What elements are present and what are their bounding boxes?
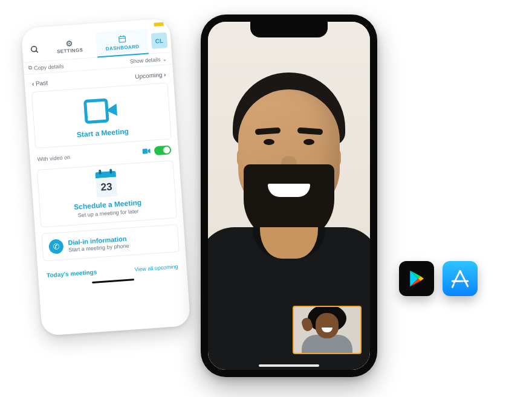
app-store-badge[interactable] <box>443 261 478 296</box>
app-store-icon <box>450 268 470 289</box>
self-view-thumbnail[interactable] <box>293 306 362 354</box>
tab-settings[interactable]: ⚙ SETTINGS <box>43 33 96 62</box>
nav-past[interactable]: Past <box>32 79 48 87</box>
copy-details-label: Copy details <box>34 63 64 71</box>
video-toggle[interactable] <box>154 145 172 155</box>
avatar-initials: CL <box>155 37 163 44</box>
avatar[interactable]: CL <box>151 32 168 49</box>
show-details-button[interactable]: Show details ⌄ <box>129 56 167 64</box>
phone-icon: ✆ <box>48 239 64 254</box>
phone-notch <box>250 22 328 37</box>
video-call-screen <box>208 22 370 370</box>
gear-icon: ⚙ <box>65 39 73 48</box>
calendar-icon <box>117 34 126 45</box>
with-video-label: With video on <box>37 154 70 163</box>
calendar-day: 23 <box>100 181 112 193</box>
svg-line-17 <box>467 284 468 286</box>
svg-rect-2 <box>118 36 125 42</box>
google-play-icon <box>407 269 426 288</box>
svg-line-1 <box>36 50 37 52</box>
dialin-card[interactable]: ✆ Dial-in information Start a meeting by… <box>41 224 180 262</box>
battery-icon <box>154 22 163 27</box>
tab-dashboard[interactable]: DASHBOARD <box>96 29 149 58</box>
copy-icon: ⧉ <box>28 65 33 71</box>
calendar-large-icon: 23 <box>92 171 120 198</box>
home-indicator <box>92 279 134 283</box>
tab-dashboard-label: DASHBOARD <box>106 44 140 52</box>
view-all-upcoming-link[interactable]: View all upcoming <box>134 263 178 273</box>
chevron-down-icon: ⌄ <box>162 56 167 62</box>
schedule-meeting-card[interactable]: 23 Schedule a Meeting Set up a meeting f… <box>37 160 177 228</box>
video-camera-icon <box>81 95 122 126</box>
svg-rect-6 <box>142 149 148 154</box>
svg-line-3 <box>118 38 125 39</box>
nav-upcoming[interactable]: Upcoming <box>135 71 166 80</box>
google-play-badge[interactable] <box>399 261 434 296</box>
home-indicator <box>259 364 319 367</box>
show-details-label: Show details <box>129 56 161 65</box>
dashboard-phone-frame: ⚙ SETTINGS DASHBOARD CL ⧉ Copy details S… <box>21 18 191 336</box>
tab-settings-label: SETTINGS <box>57 47 83 54</box>
camera-small-icon <box>142 147 151 155</box>
svg-line-16 <box>452 285 453 287</box>
copy-details-button[interactable]: ⧉ Copy details <box>28 62 64 71</box>
start-meeting-title: Start a Meeting <box>41 124 164 141</box>
start-meeting-card[interactable]: Start a Meeting <box>31 82 172 149</box>
todays-meetings-label: Today's meetings <box>47 268 97 279</box>
search-icon[interactable] <box>25 40 44 59</box>
svg-marker-7 <box>148 148 151 153</box>
video-call-phone-frame <box>201 15 377 377</box>
